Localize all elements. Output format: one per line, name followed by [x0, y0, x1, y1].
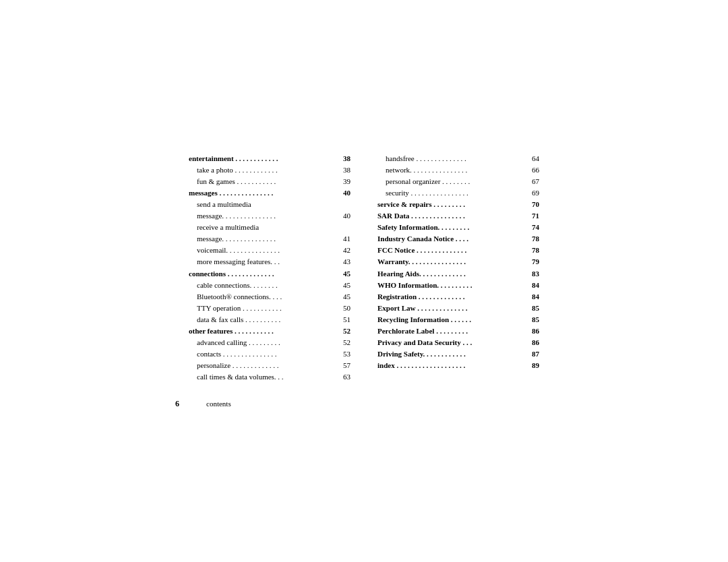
toc-entry-label: take a photo . . . . . . . . . . . . — [197, 164, 332, 176]
toc-entry-page: 79 — [520, 256, 539, 268]
toc-entry-page: 63 — [332, 371, 351, 383]
toc-entry-label: call times & data volumes. . . — [197, 371, 332, 383]
toc-entry-page: 57 — [332, 360, 351, 371]
toc-entry-page: 64 — [520, 153, 539, 164]
toc-entry: TTY operation . . . . . . . . . . .50 — [189, 303, 351, 314]
toc-entry-label: entertainment . . . . . . . . . . . . — [189, 153, 332, 164]
toc-entry-label: Perchlorate Label . . . . . . . . . — [377, 325, 520, 337]
toc-entry: more messaging features. . .43 — [189, 256, 351, 268]
toc-container: entertainment . . . . . . . . . . . .38t… — [175, 153, 553, 383]
toc-entry-page: 86 — [520, 325, 539, 337]
toc-entry-page: 66 — [520, 164, 539, 176]
toc-entry: call times & data volumes. . .63 — [189, 371, 351, 383]
toc-entry: connections . . . . . . . . . . . . .45 — [189, 268, 351, 280]
toc-entry: message. . . . . . . . . . . . . . .41 — [189, 233, 351, 245]
footer: 6 contents — [175, 399, 553, 409]
toc-entry-label: data & fax calls . . . . . . . . . . — [197, 314, 332, 325]
toc-entry-label: message. . . . . . . . . . . . . . . — [197, 210, 332, 222]
toc-entry: cable connections. . . . . . . .45 — [189, 280, 351, 291]
toc-entry-label: voicemail. . . . . . . . . . . . . . . — [197, 245, 332, 256]
toc-entry-page: 71 — [520, 210, 539, 222]
toc-entry: Privacy and Data Security . . .86 — [377, 337, 539, 348]
toc-entry: Perchlorate Label . . . . . . . . .86 — [377, 325, 539, 337]
toc-entry-page: 84 — [520, 280, 539, 291]
toc-entry: take a photo . . . . . . . . . . . .38 — [189, 164, 351, 176]
toc-entry-label: index . . . . . . . . . . . . . . . . . … — [377, 360, 520, 371]
toc-entry: receive a multimedia — [189, 222, 351, 233]
page: entertainment . . . . . . . . . . . .38t… — [162, 126, 566, 436]
toc-entry-label: messages . . . . . . . . . . . . . . . — [189, 187, 332, 199]
toc-entry-page: 43 — [332, 256, 351, 268]
toc-entry-page: 51 — [332, 314, 351, 325]
toc-entry-page: 85 — [520, 303, 539, 314]
toc-entry-label: send a multimedia — [197, 199, 332, 210]
toc-entry-page: 86 — [520, 337, 539, 348]
toc-entry: index . . . . . . . . . . . . . . . . . … — [377, 360, 539, 371]
toc-entry-label: advanced calling . . . . . . . . . — [197, 337, 332, 348]
right-column: handsfree . . . . . . . . . . . . . .64n… — [377, 153, 539, 383]
toc-entry-label: handsfree . . . . . . . . . . . . . . — [386, 153, 520, 164]
toc-entry: personal organizer . . . . . . . .67 — [377, 176, 539, 187]
toc-entry-label: TTY operation . . . . . . . . . . . — [197, 303, 332, 314]
toc-entry-page: 78 — [520, 233, 539, 245]
toc-entry-page: 78 — [520, 245, 539, 256]
toc-entry-page: 85 — [520, 314, 539, 325]
toc-entry-page: 45 — [332, 280, 351, 291]
toc-entry-page: 87 — [520, 348, 539, 360]
toc-entry-label: Privacy and Data Security . . . — [377, 337, 520, 348]
toc-entry: voicemail. . . . . . . . . . . . . . .42 — [189, 245, 351, 256]
toc-entry-label: personal organizer . . . . . . . . — [386, 176, 520, 187]
toc-entry-label: FCC Notice . . . . . . . . . . . . . . — [377, 245, 520, 256]
toc-entry-label: network. . . . . . . . . . . . . . . . — [386, 164, 520, 176]
toc-entry-label: other features . . . . . . . . . . . — [189, 325, 332, 337]
toc-entry-page: 39 — [332, 176, 351, 187]
toc-entry: other features . . . . . . . . . . .52 — [189, 325, 351, 337]
toc-entry-page: 52 — [332, 337, 351, 348]
toc-entry-label: WHO Information. . . . . . . . . . — [377, 280, 520, 291]
toc-entry-page — [332, 199, 351, 210]
toc-entry-label: connections . . . . . . . . . . . . . — [189, 268, 332, 280]
toc-entry-label: security . . . . . . . . . . . . . . . . — [386, 187, 520, 199]
footer-label: contents — [206, 400, 231, 408]
toc-entry: service & repairs . . . . . . . . .70 — [377, 199, 539, 210]
toc-entry: entertainment . . . . . . . . . . . .38 — [189, 153, 351, 164]
toc-entry-page: 67 — [520, 176, 539, 187]
toc-entry: security . . . . . . . . . . . . . . . .… — [377, 187, 539, 199]
toc-entry-page: 53 — [332, 348, 351, 360]
toc-entry-page: 38 — [332, 153, 351, 164]
toc-entry: contacts . . . . . . . . . . . . . . .53 — [189, 348, 351, 360]
toc-entry: Driving Safety. . . . . . . . . . . .87 — [377, 348, 539, 360]
toc-entry-label: contacts . . . . . . . . . . . . . . . — [197, 348, 332, 360]
toc-entry-page: 84 — [520, 291, 539, 303]
toc-entry-label: Driving Safety. . . . . . . . . . . . — [377, 348, 520, 360]
toc-entry-page: 40 — [332, 187, 351, 199]
toc-entry-page: 42 — [332, 245, 351, 256]
toc-entry-label: SAR Data . . . . . . . . . . . . . . . — [377, 210, 520, 222]
toc-entry: message. . . . . . . . . . . . . . .40 — [189, 210, 351, 222]
toc-entry: Recycling Information . . . . . .85 — [377, 314, 539, 325]
toc-entry-page: 50 — [332, 303, 351, 314]
toc-entry: Hearing Aids. . . . . . . . . . . . .83 — [377, 268, 539, 280]
toc-entry: Export Law . . . . . . . . . . . . . .85 — [377, 303, 539, 314]
toc-entry-page: 40 — [332, 210, 351, 222]
toc-entry-page: 70 — [520, 199, 539, 210]
toc-entry-page: 38 — [332, 164, 351, 176]
toc-entry-page: 41 — [332, 233, 351, 245]
toc-entry-label: Warranty. . . . . . . . . . . . . . . . — [377, 256, 520, 268]
toc-entry-label: Safety Information. . . . . . . . . — [377, 222, 520, 233]
toc-entry-label: Hearing Aids. . . . . . . . . . . . . — [377, 268, 520, 280]
toc-entry: messages . . . . . . . . . . . . . . .40 — [189, 187, 351, 199]
toc-entry-page: 45 — [332, 291, 351, 303]
toc-entry: Registration . . . . . . . . . . . . .84 — [377, 291, 539, 303]
toc-entry-page: 52 — [332, 325, 351, 337]
toc-entry: data & fax calls . . . . . . . . . .51 — [189, 314, 351, 325]
toc-entry-label: Registration . . . . . . . . . . . . . — [377, 291, 520, 303]
toc-entry-label: Export Law . . . . . . . . . . . . . . — [377, 303, 520, 314]
toc-entry-label: personalize . . . . . . . . . . . . . — [197, 360, 332, 371]
toc-entry-label: receive a multimedia — [197, 222, 332, 233]
toc-entry: SAR Data . . . . . . . . . . . . . . .71 — [377, 210, 539, 222]
toc-entry: FCC Notice . . . . . . . . . . . . . .78 — [377, 245, 539, 256]
toc-entry: Warranty. . . . . . . . . . . . . . . .7… — [377, 256, 539, 268]
toc-entry-page: 89 — [520, 360, 539, 371]
toc-entry-label: message. . . . . . . . . . . . . . . — [197, 233, 332, 245]
